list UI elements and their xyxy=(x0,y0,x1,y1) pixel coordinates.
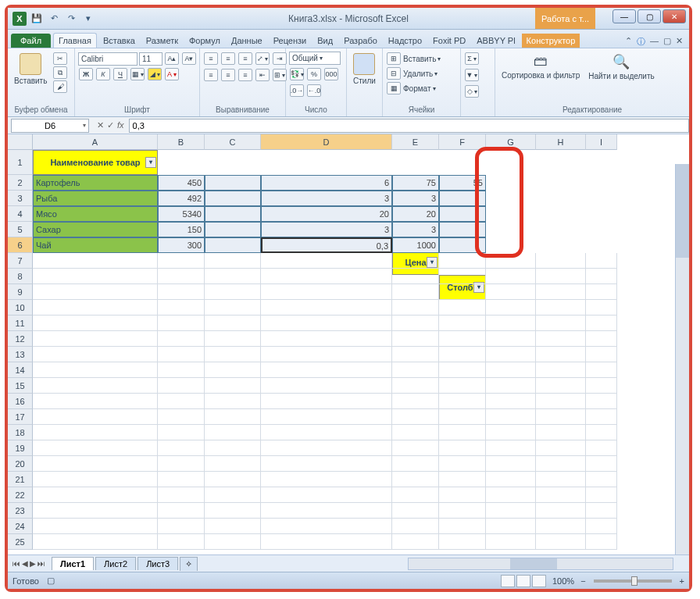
formula-input[interactable]: 0,3 xyxy=(129,119,689,133)
table-cell-name[interactable]: Сахар xyxy=(33,222,158,237)
number-format-combo[interactable]: Общий xyxy=(289,52,341,65)
minimize-button[interactable]: — xyxy=(612,9,636,23)
empty-cell[interactable] xyxy=(586,253,617,269)
empty-cell[interactable] xyxy=(158,440,205,456)
empty-cell[interactable] xyxy=(205,300,261,316)
empty-cell[interactable] xyxy=(33,394,158,409)
empty-cell[interactable] xyxy=(536,519,586,534)
empty-cell[interactable] xyxy=(486,378,536,394)
fill-color-button[interactable]: ◢ xyxy=(148,68,162,80)
empty-cell[interactable] xyxy=(158,409,205,425)
table-cell[interactable]: 3 xyxy=(261,191,392,206)
row-header-14[interactable]: 14 xyxy=(8,362,33,378)
empty-cell[interactable] xyxy=(205,253,261,269)
empty-cell[interactable] xyxy=(392,331,439,347)
table-cell[interactable]: 1000 xyxy=(392,237,439,253)
row-header-9[interactable]: 9 xyxy=(8,284,33,300)
empty-cell[interactable] xyxy=(536,378,586,394)
empty-cell[interactable] xyxy=(205,347,261,362)
sheet-tab-3[interactable]: Лист3 xyxy=(138,557,178,570)
tab-developer[interactable]: Разрабо xyxy=(339,34,382,48)
column-header-H[interactable]: H xyxy=(536,134,586,150)
sheet-tab-1[interactable]: Лист1 xyxy=(52,557,94,570)
row-header-23[interactable]: 23 xyxy=(8,503,33,519)
bold-button[interactable]: Ж xyxy=(79,68,93,80)
tab-addins[interactable]: Надстро xyxy=(384,34,427,48)
empty-cell[interactable] xyxy=(439,425,486,440)
row-header-2[interactable]: 2 xyxy=(8,175,33,191)
fill-down[interactable]: ▼ xyxy=(465,69,479,81)
empty-cell[interactable] xyxy=(205,425,261,440)
empty-cell[interactable] xyxy=(261,425,392,440)
table-cell[interactable] xyxy=(205,237,261,253)
empty-cell[interactable] xyxy=(392,425,439,440)
empty-cell[interactable] xyxy=(392,472,439,487)
window-close-icon[interactable]: ✕ xyxy=(676,36,683,48)
empty-cell[interactable] xyxy=(158,284,205,300)
empty-cell[interactable] xyxy=(261,409,392,425)
empty-cell[interactable] xyxy=(261,534,392,550)
empty-cell[interactable] xyxy=(536,331,586,347)
empty-cell[interactable] xyxy=(158,487,205,503)
empty-cell[interactable] xyxy=(486,456,536,472)
align-right[interactable]: ≡ xyxy=(238,69,252,81)
empty-cell[interactable] xyxy=(158,503,205,519)
empty-cell[interactable] xyxy=(536,456,586,472)
empty-cell[interactable] xyxy=(158,394,205,409)
tab-review[interactable]: Рецензи xyxy=(269,34,312,48)
empty-cell[interactable] xyxy=(261,253,392,269)
empty-cell[interactable] xyxy=(33,331,158,347)
empty-cell[interactable] xyxy=(586,409,617,425)
autosum[interactable]: Σ xyxy=(465,52,479,65)
empty-cell[interactable] xyxy=(205,472,261,487)
table-cell[interactable]: 0,3 xyxy=(261,237,392,253)
percent-button[interactable]: % xyxy=(307,68,321,80)
delete-cells[interactable]: ⊟ xyxy=(387,67,401,80)
empty-cell[interactable] xyxy=(33,456,158,472)
zoom-level[interactable]: 100% xyxy=(552,576,574,586)
empty-cell[interactable] xyxy=(158,362,205,378)
table-cell[interactable]: 3 xyxy=(392,191,439,206)
sheet-nav-last[interactable]: ⏭ xyxy=(38,559,45,568)
empty-cell[interactable] xyxy=(586,331,617,347)
table-cell[interactable]: 5340 xyxy=(158,206,205,222)
insert-label[interactable]: Вставить xyxy=(403,55,436,63)
empty-cell[interactable] xyxy=(536,284,586,300)
align-middle[interactable]: ≡ xyxy=(221,52,235,65)
column-header-D[interactable]: D xyxy=(261,134,392,150)
empty-cell[interactable] xyxy=(439,440,486,456)
border-button[interactable]: ▦ xyxy=(130,68,145,80)
table-cell[interactable]: 6 xyxy=(261,175,392,191)
empty-cell[interactable] xyxy=(261,487,392,503)
empty-cell[interactable] xyxy=(439,409,486,425)
empty-cell[interactable] xyxy=(439,300,486,316)
empty-cell[interactable] xyxy=(486,300,536,316)
font-color-button[interactable]: A xyxy=(165,68,179,80)
empty-cell[interactable] xyxy=(33,284,158,300)
empty-cell[interactable] xyxy=(586,456,617,472)
empty-cell[interactable] xyxy=(261,472,392,487)
empty-cell[interactable] xyxy=(439,269,486,284)
macro-icon[interactable]: ▢ xyxy=(47,576,55,586)
empty-cell[interactable] xyxy=(392,362,439,378)
empty-cell[interactable] xyxy=(392,534,439,550)
empty-cell[interactable] xyxy=(392,409,439,425)
empty-cell[interactable] xyxy=(392,284,439,300)
name-box[interactable]: D6 xyxy=(11,119,89,133)
row-header-5[interactable]: 5 xyxy=(8,222,33,237)
empty-cell[interactable] xyxy=(33,269,158,284)
font-size-combo[interactable]: 11 xyxy=(139,52,162,66)
format-cells[interactable]: ▦ xyxy=(387,82,401,94)
table-header-cell[interactable]: Наименование товар▾ xyxy=(33,150,158,175)
empty-cell[interactable] xyxy=(158,300,205,316)
empty-cell[interactable] xyxy=(392,456,439,472)
tab-abbyy[interactable]: ABBYY Pl xyxy=(472,34,520,48)
empty-cell[interactable] xyxy=(392,378,439,394)
align-bottom[interactable]: ≡ xyxy=(238,52,252,65)
empty-cell[interactable] xyxy=(33,534,158,550)
empty-cell[interactable] xyxy=(439,519,486,534)
format-painter-button[interactable]: 🖌 xyxy=(53,80,67,93)
view-normal[interactable] xyxy=(501,575,515,587)
column-header-G[interactable]: G xyxy=(486,134,536,150)
empty-cell[interactable] xyxy=(392,487,439,503)
